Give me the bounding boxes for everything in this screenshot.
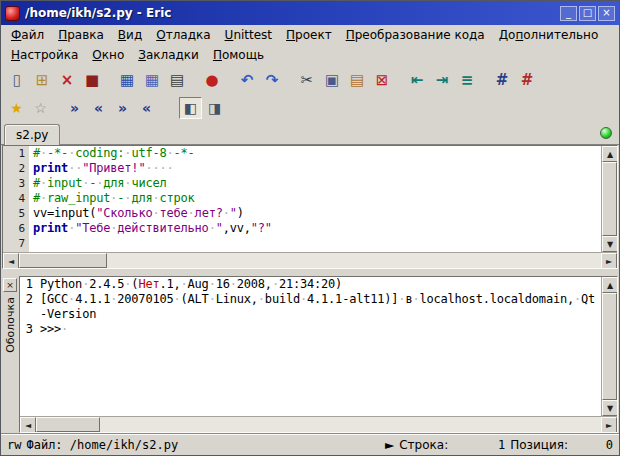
menu-help[interactable]: Помощь bbox=[206, 47, 271, 63]
toggle-bookmark-button[interactable]: ★ bbox=[5, 97, 28, 119]
comment-button[interactable]: # bbox=[490, 68, 514, 92]
toolbar-separator bbox=[105, 65, 114, 95]
redo-icon: ↷ bbox=[266, 73, 279, 88]
menu-file[interactable]: Файл bbox=[4, 27, 51, 43]
previous-bookmark-button[interactable]: « bbox=[87, 97, 110, 119]
menu-settings[interactable]: Настройка bbox=[4, 47, 85, 63]
scroll-left-icon[interactable] bbox=[3, 253, 19, 269]
close-file-button[interactable]: × bbox=[55, 68, 79, 92]
shell-frame: 1Python·2.4.5·(Нет.1,·Aug·16·2008,·21:34… bbox=[19, 276, 618, 433]
shell-panel: × Оболочка 1Python·2.4.5·(Нет.1,·Aug·16·… bbox=[1, 276, 619, 433]
scroll-down-icon[interactable] bbox=[602, 236, 617, 252]
tab-s2py[interactable]: s2.py bbox=[4, 124, 60, 145]
quit-button[interactable]: ■ bbox=[80, 68, 104, 92]
previous-task-button[interactable]: « bbox=[135, 97, 158, 119]
line-number: 5 bbox=[3, 206, 29, 221]
titlebar: /home/ikh/s2.py - Eric _□× bbox=[1, 1, 619, 25]
toolbar-main: ▯⊞×■▦▦▤●↶↷✂▣▤⊠⇤⇥≡## bbox=[1, 65, 619, 95]
editor-vscroll-thumb[interactable] bbox=[602, 162, 617, 236]
close-button[interactable]: × bbox=[598, 6, 615, 21]
menu-refactoring[interactable]: Преобразование кода bbox=[339, 27, 492, 43]
scroll-right-icon[interactable] bbox=[601, 417, 617, 433]
statusbar: rw Файл: /home/ikh/s2.py Строка: 1 Позиц… bbox=[1, 433, 619, 455]
line-number bbox=[20, 307, 36, 322]
line-number: 6 bbox=[3, 221, 29, 236]
editor-hscroll-track[interactable] bbox=[19, 253, 601, 268]
edit-profile-button[interactable]: ◧ bbox=[179, 97, 202, 119]
edit-profile-icon: ◧ bbox=[184, 101, 197, 115]
status-line-label: Строка: bbox=[399, 438, 448, 452]
menu-project[interactable]: Проект bbox=[279, 27, 339, 43]
menu-unittest[interactable]: Unittest bbox=[218, 27, 280, 43]
editor-panel: 1#·-*-·coding:·utf-8·-*-2print··"Привет!… bbox=[2, 145, 618, 269]
close-shell-button[interactable]: × bbox=[3, 278, 17, 292]
minimize-button[interactable]: _ bbox=[560, 6, 577, 21]
smart-indent-button[interactable]: ≡ bbox=[455, 68, 479, 92]
debug-profile-button[interactable]: ◨ bbox=[203, 97, 226, 119]
new-file-button[interactable]: ▯ bbox=[5, 68, 29, 92]
delete-button[interactable]: ⊠ bbox=[370, 68, 394, 92]
code-line: 3#·input·-·для·чисел bbox=[3, 176, 601, 191]
shell-hscroll-track[interactable] bbox=[36, 417, 601, 432]
shell-tab[interactable]: Оболочка bbox=[4, 297, 17, 353]
scroll-left-icon[interactable] bbox=[20, 417, 36, 433]
shell-hscroll-thumb[interactable] bbox=[36, 417, 100, 432]
eric-app-icon bbox=[5, 6, 20, 21]
next-bookmark-button[interactable]: » bbox=[63, 97, 86, 119]
paste-icon: ▤ bbox=[350, 73, 364, 88]
unindent-button[interactable]: ⇤ bbox=[405, 68, 429, 92]
paste-button[interactable]: ▤ bbox=[345, 68, 369, 92]
shell-vscroll-thumb[interactable] bbox=[602, 293, 617, 400]
toolbar-bookmarks: ★☆»«»«◧◨ bbox=[1, 95, 619, 121]
indent-icon: ⇥ bbox=[436, 73, 449, 88]
menu-bookmarks[interactable]: Закладки bbox=[131, 47, 206, 63]
comment-icon: # bbox=[496, 73, 509, 88]
toolbar-separator bbox=[225, 65, 234, 95]
shell-side-strip: × Оболочка bbox=[1, 276, 19, 433]
open-file-button[interactable]: ⊞ bbox=[30, 68, 54, 92]
editor-hscrollbar bbox=[3, 252, 617, 268]
scroll-down-icon[interactable] bbox=[602, 400, 617, 416]
line-number: 2 bbox=[3, 161, 29, 176]
shell-vscroll-track[interactable] bbox=[602, 293, 617, 400]
scroll-up-icon[interactable] bbox=[602, 277, 617, 293]
editor-hscroll-thumb[interactable] bbox=[19, 253, 107, 268]
menu-debug[interactable]: Отладка bbox=[149, 27, 217, 43]
shell-surface[interactable]: 1Python·2.4.5·(Нет.1,·Aug·16·2008,·21:34… bbox=[20, 277, 617, 416]
writable-indicator: rw bbox=[7, 438, 21, 452]
uncomment-button[interactable]: # bbox=[515, 68, 539, 92]
code-line: 4#·raw_input·-·для·строк bbox=[3, 191, 601, 206]
undo-icon: ↶ bbox=[241, 73, 254, 88]
close-all-icon: ● bbox=[205, 73, 218, 88]
new-file-icon: ▯ bbox=[13, 73, 21, 88]
next-task-button[interactable]: » bbox=[111, 97, 134, 119]
close-all-button[interactable]: ● bbox=[200, 68, 224, 92]
clear-bookmarks-button[interactable]: ☆ bbox=[29, 97, 52, 119]
status-led-icon bbox=[600, 127, 612, 139]
code-line: 3>>>· bbox=[20, 322, 601, 337]
print-file-icon: ▤ bbox=[170, 73, 184, 88]
editor-vscroll-track[interactable] bbox=[602, 162, 617, 236]
line-number: 1 bbox=[3, 146, 29, 161]
menu-edit[interactable]: Правка bbox=[51, 27, 111, 43]
line-number: 7 bbox=[3, 236, 29, 251]
code-line: 6print·"Тебе·действительно·",vv,"?" bbox=[3, 221, 601, 236]
cut-icon: ✂ bbox=[301, 73, 314, 88]
save-file-button[interactable]: ▦ bbox=[115, 68, 139, 92]
toolbar-separator bbox=[53, 95, 62, 121]
scroll-up-icon[interactable] bbox=[602, 146, 617, 162]
copy-button[interactable]: ▣ bbox=[320, 68, 344, 92]
splitter-handle[interactable] bbox=[1, 269, 619, 276]
menu-extras[interactable]: Дополнительно bbox=[492, 27, 606, 43]
cut-button[interactable]: ✂ bbox=[295, 68, 319, 92]
indent-button[interactable]: ⇥ bbox=[430, 68, 454, 92]
editor-surface[interactable]: 1#·-*-·coding:·utf-8·-*-2print··"Привет!… bbox=[3, 146, 617, 252]
maximize-button[interactable]: □ bbox=[579, 6, 596, 21]
redo-button[interactable]: ↷ bbox=[260, 68, 284, 92]
menu-window[interactable]: Окно bbox=[85, 47, 131, 63]
print-file-button[interactable]: ▤ bbox=[165, 68, 189, 92]
menu-view[interactable]: Вид bbox=[111, 27, 149, 43]
scroll-right-icon[interactable] bbox=[601, 253, 617, 269]
save-file-as-button[interactable]: ▦ bbox=[140, 68, 164, 92]
undo-button[interactable]: ↶ bbox=[235, 68, 259, 92]
